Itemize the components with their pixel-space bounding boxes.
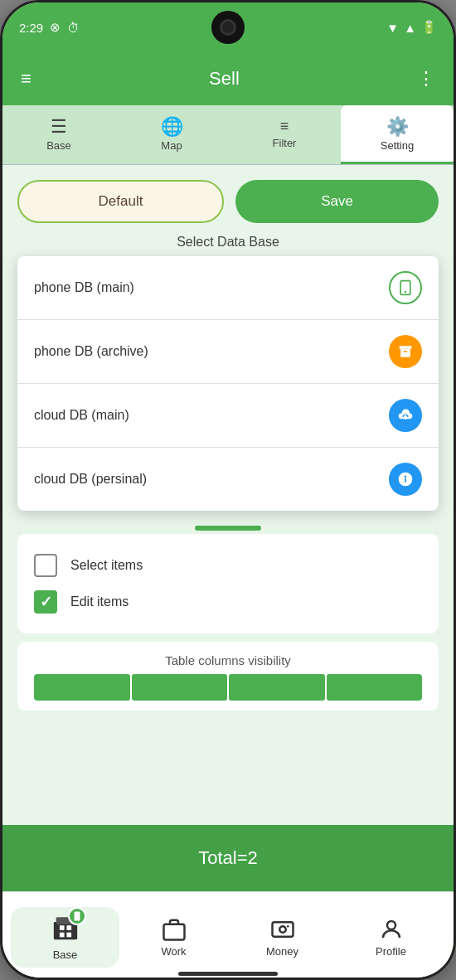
select-items-row[interactable]: Select items xyxy=(34,547,422,584)
action-buttons-row: Default Save xyxy=(17,180,439,223)
nav-profile-label: Profile xyxy=(376,945,406,958)
svg-rect-13 xyxy=(74,912,80,921)
select-items-label: Select items xyxy=(70,558,143,573)
default-button[interactable]: Default xyxy=(17,180,224,223)
nav-work-label: Work xyxy=(161,945,186,958)
nav-item-work[interactable]: Work xyxy=(119,910,228,964)
battery-icon: 🔋 xyxy=(421,20,437,35)
more-options-button[interactable]: ⋮ xyxy=(414,65,439,93)
badge-phone-icon xyxy=(72,911,82,921)
scroll-indicator xyxy=(195,526,261,531)
base-badge-overlay xyxy=(68,907,86,925)
save-button[interactable]: Save xyxy=(235,180,439,223)
checkbox-section: Select items ✓ Edit items xyxy=(17,534,439,633)
nav-item-profile[interactable]: Profile xyxy=(337,910,445,964)
db-cloud-personal-label: cloud DB (persinal) xyxy=(34,472,147,487)
nav-base-label: Base xyxy=(53,948,78,961)
db-cloud-main-icon xyxy=(389,399,422,432)
tab-base[interactable]: ☰ Base xyxy=(2,105,115,164)
svg-rect-14 xyxy=(163,924,184,940)
db-cloud-main-label: cloud DB (main) xyxy=(34,408,129,423)
status-icon-1: ⊗ xyxy=(50,20,61,35)
camera-notch xyxy=(211,11,245,44)
col-bar-3[interactable] xyxy=(229,674,325,701)
col-bar-4[interactable] xyxy=(327,674,423,701)
hamburger-menu-button[interactable]: ≡ xyxy=(17,65,35,93)
tab-setting[interactable]: ⚙️ Setting xyxy=(341,105,454,164)
svg-rect-10 xyxy=(66,925,71,930)
map-tab-label: Map xyxy=(161,139,182,152)
db-phone-archive-label: phone DB (archive) xyxy=(34,344,148,359)
setting-tab-icon: ⚙️ xyxy=(386,116,409,138)
db-cloud-personal-icon xyxy=(389,463,422,496)
db-option-cloud-personal[interactable]: cloud DB (persinal) xyxy=(17,448,439,511)
work-icon xyxy=(162,917,187,942)
svg-point-18 xyxy=(387,921,395,929)
columns-visibility-bar xyxy=(34,674,422,701)
col-bar-1[interactable] xyxy=(34,674,130,701)
edit-items-checkbox[interactable]: ✓ xyxy=(34,590,57,614)
money-icon xyxy=(270,917,295,942)
app-title: Sell xyxy=(209,68,240,90)
signal-icon: ▲ xyxy=(404,21,416,35)
filter-tab-icon: ≡ xyxy=(280,118,289,135)
phone-frame: 2:29 ⊗ ⏱ ▼ ▲ 🔋 ≡ Sell ⋮ ☰ Base 🌐 Map xyxy=(0,0,456,980)
tab-filter[interactable]: ≡ Filter xyxy=(228,105,341,164)
wifi-icon: ▼ xyxy=(386,21,399,35)
status-icon-2: ⏱ xyxy=(67,21,80,35)
status-bar: 2:29 ⊗ ⏱ ▼ ▲ 🔋 xyxy=(2,2,454,52)
edit-items-row[interactable]: ✓ Edit items xyxy=(34,584,422,620)
base-nav-icon-wrapper xyxy=(51,914,80,945)
base-tab-icon: ☰ xyxy=(51,116,67,138)
select-items-checkbox[interactable] xyxy=(34,554,57,577)
home-indicator xyxy=(178,972,278,976)
db-option-phone-archive[interactable]: phone DB (archive) xyxy=(17,320,439,384)
main-content: Default Save Select Data Base phone DB (… xyxy=(2,165,454,891)
svg-rect-9 xyxy=(59,925,64,930)
db-option-cloud-main[interactable]: cloud DB (main) xyxy=(17,384,439,448)
col-bar-2[interactable] xyxy=(132,674,228,701)
db-phone-main-label: phone DB (main) xyxy=(34,280,134,295)
checkmark-icon: ✓ xyxy=(40,593,52,611)
svg-point-16 xyxy=(279,926,286,933)
svg-rect-12 xyxy=(66,933,71,938)
nav-item-money[interactable]: Money xyxy=(228,910,337,964)
svg-rect-11 xyxy=(59,933,64,938)
total-label: Total=2 xyxy=(198,847,258,869)
filter-tab-label: Filter xyxy=(273,137,297,149)
db-option-phone-main[interactable]: phone DB (main) xyxy=(17,256,439,320)
database-dropdown: phone DB (main) phone DB (archive) xyxy=(17,256,439,511)
status-time: 2:29 xyxy=(19,21,43,35)
table-visibility-label: Table columns visibility xyxy=(34,653,422,667)
total-bar: Total=2 xyxy=(2,825,454,891)
profile-icon xyxy=(379,917,404,942)
base-tab-label: Base xyxy=(46,139,71,152)
setting-tab-label: Setting xyxy=(381,139,414,152)
map-tab-icon: 🌐 xyxy=(161,116,183,138)
tab-bar: ☰ Base 🌐 Map ≡ Filter ⚙️ Setting xyxy=(2,105,454,165)
db-phone-archive-icon xyxy=(389,335,422,368)
tab-map[interactable]: 🌐 Map xyxy=(115,105,228,164)
app-bar: ≡ Sell ⋮ xyxy=(2,52,454,105)
table-visibility-section: Table columns visibility xyxy=(17,642,439,711)
db-phone-main-icon xyxy=(389,271,422,304)
svg-rect-15 xyxy=(272,922,293,937)
edit-items-label: Edit items xyxy=(70,594,129,609)
nav-item-base[interactable]: Base xyxy=(11,907,119,968)
bottom-nav: Base Work Money Profile xyxy=(2,891,454,980)
svg-rect-2 xyxy=(400,346,412,348)
nav-money-label: Money xyxy=(266,945,298,958)
select-database-label: Select Data Base xyxy=(17,235,439,250)
camera-lens xyxy=(220,19,236,36)
